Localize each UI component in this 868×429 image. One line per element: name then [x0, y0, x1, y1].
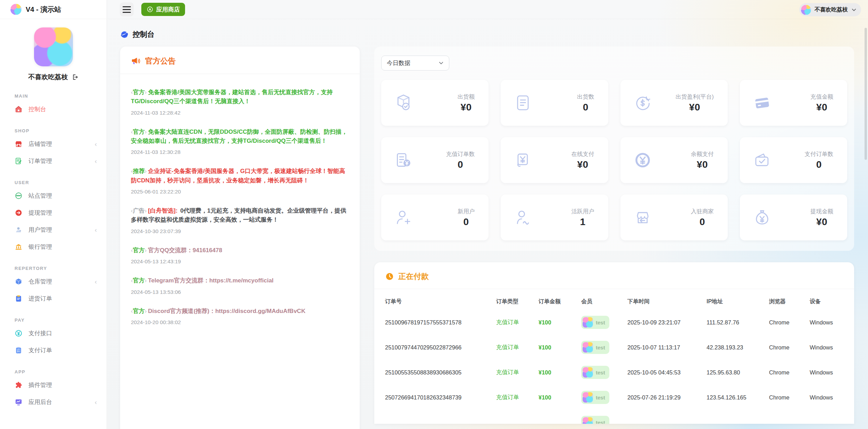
cell-member: test — [581, 341, 627, 354]
sidebar-item-order-note[interactable]: 订单管理 ‹ — [15, 152, 107, 170]
date-range-value: 今日数据 — [387, 59, 410, 67]
app-brand: V4 - 演示站 — [0, 0, 107, 19]
table-row[interactable]: 251005535508838930686305 充值订单 ¥100 test … — [385, 360, 843, 385]
stat-card: 出货额 ¥0 — [381, 80, 489, 126]
sidebar-item-plugin[interactable]: 插件管理 — [15, 377, 107, 394]
table-row[interactable]: 251007974470295022872966 充值订单 ¥100 test … — [385, 335, 843, 360]
announcement-date: 2024-10-30 23:07:39 — [131, 227, 349, 236]
chevron-left-icon: ‹ — [95, 141, 97, 147]
cell-device: Windows — [810, 319, 843, 326]
chevron-left-icon: ‹ — [95, 399, 97, 405]
cell-member: test — [581, 316, 627, 329]
sidebar-item-home[interactable]: 控制台 — [15, 101, 107, 118]
stat-card: 新用户 0 — [381, 195, 489, 240]
user-menu[interactable]: 不喜欢吃荔枝 — [799, 3, 861, 16]
cell-amount: ¥100 — [539, 369, 581, 376]
column-header: 订单类型 — [496, 298, 539, 305]
cell-time: 2025-10-09 23:21:07 — [627, 319, 707, 326]
invoice-yen-icon — [394, 150, 413, 170]
cell-order-type: 充值订单 — [496, 344, 539, 351]
sidebar-item-warehouse[interactable]: 仓库管理 ‹ — [15, 273, 107, 290]
stats-grid: 出货额 ¥0 出货数 0 出货盈利(平台) ¥0 充值金额 ¥0 充值订单数 0… — [381, 80, 847, 240]
stat-card: 充值订单数 0 — [381, 137, 489, 183]
avatar — [583, 417, 593, 424]
warehouse-icon — [15, 278, 23, 286]
table-header-row: 订单号订单类型订单金额会员下单时间IP地址浏览器设备 — [385, 293, 843, 310]
sidebar-item-label: 进货订单 — [28, 295, 52, 303]
sidebar-menu: MAIN 控制台 SHOP 店铺管理 ‹ 订单管理 ‹ USER 站点管理 提现… — [0, 82, 107, 411]
sidebar-item-purchase-order[interactable]: 进货订单 — [15, 290, 107, 307]
sidebar-item-withdraw[interactable]: 提现管理 — [15, 204, 107, 221]
announcement-item[interactable]: ‹官方›Discord官方频道(推荐)：https://discord.gg/M… — [131, 307, 349, 327]
pay-api-icon — [15, 329, 23, 337]
stat-value: 0 — [446, 159, 475, 170]
date-range-select[interactable]: 今日数据 — [381, 56, 449, 71]
sidebar-item-user[interactable]: 用户管理 ‹ — [15, 221, 107, 238]
stats-panel: 今日数据 出货额 ¥0 出货数 0 出货盈利(平台) ¥0 充值金额 — [374, 47, 854, 251]
sidebar-item-bank[interactable]: 银行管理 — [15, 238, 107, 255]
stat-label: 活跃用户 — [571, 208, 594, 215]
sidebar-section-label: REPERTORY — [15, 266, 107, 271]
globe-icon — [120, 30, 129, 39]
sidebar-item-pay-api[interactable]: 支付接口 — [15, 325, 107, 342]
announcement-item[interactable]: ‹官方›官方QQ交流群：941616478 2024-05-13 12:43:1… — [131, 246, 349, 266]
stat-card: 出货盈利(平台) ¥0 — [620, 80, 728, 126]
app-title: V4 - 演示站 — [26, 5, 61, 14]
cell-order-no: 251007974470295022872966 — [385, 344, 496, 351]
credit-card-icon — [752, 93, 772, 113]
scrollbar[interactable] — [865, 28, 867, 160]
pay-order-icon — [15, 346, 23, 354]
cell-order-type: 充值订单 — [496, 319, 539, 326]
storefront-icon — [15, 140, 23, 148]
cell-device: Windows — [810, 369, 843, 376]
sidebar-item-storefront[interactable]: 店铺管理 ‹ — [15, 135, 107, 152]
member-badge[interactable]: test — [581, 316, 609, 329]
stat-label: 在线支付 — [571, 150, 594, 158]
sidebar-section: MAIN 控制台 — [15, 93, 107, 118]
dollar-cycle-icon — [633, 93, 652, 113]
stat-value: ¥0 — [810, 102, 833, 113]
sidebar-item-pay-order[interactable]: 支付订单 — [15, 342, 107, 359]
sidebar-item-label: 应用后台 — [28, 398, 52, 406]
sidebar-section: PAY 支付接口 支付订单 — [15, 317, 107, 359]
announcement-item[interactable]: ‹官方›免备案大陆直连CDN，无限DDOS/CC防御，全面防屏蔽、防检测、防扫描… — [131, 127, 349, 157]
money-bag-icon — [752, 208, 772, 227]
table-row-partial[interactable]: test — [385, 410, 843, 424]
home-icon — [15, 105, 23, 113]
stat-value: 0 — [577, 102, 594, 113]
member-badge[interactable]: test — [581, 341, 609, 354]
appstore-label: 应用商店 — [156, 6, 180, 14]
table-row[interactable]: 251009678197157555371578 充值订单 ¥100 test … — [385, 310, 843, 335]
sidebar-item-site-globe[interactable]: 站点管理 — [15, 187, 107, 204]
cell-device: Windows — [810, 344, 843, 351]
column-header: 浏览器 — [769, 298, 810, 305]
avatar — [801, 5, 811, 15]
sidebar-item-label: 订单管理 — [28, 157, 52, 165]
cell-member: test — [581, 391, 627, 404]
member-badge[interactable]: test — [581, 416, 609, 424]
announcement-text: 官方QQ交流群：941616478 — [148, 247, 222, 254]
appstore-button[interactable]: 应用商店 — [141, 3, 185, 16]
announcements-title: 官方公告 — [145, 56, 176, 66]
logout-icon[interactable] — [72, 74, 78, 81]
bank-icon — [15, 243, 23, 251]
stat-value: ¥0 — [691, 159, 714, 170]
document-lines-icon — [513, 93, 533, 113]
withdraw-icon — [15, 209, 23, 217]
cell-member: test — [581, 366, 627, 379]
page-title: 控制台 — [133, 30, 155, 39]
sidebar-section-label: MAIN — [15, 93, 107, 99]
announcement-item[interactable]: ‹广告›[白舟智选]:0代理费，1元起充，支持电商自动发货。企业级管理平台，提供… — [131, 206, 349, 236]
member-badge[interactable]: test — [581, 366, 609, 379]
hamburger-icon[interactable] — [120, 2, 134, 16]
cell-time: 2025-10-07 11:13:17 — [627, 344, 707, 351]
announcement-item[interactable]: ‹官方›Telegram官方交流群：https://t.me/mcyoffici… — [131, 276, 349, 296]
member-badge[interactable]: test — [581, 391, 609, 404]
announcement-item[interactable]: ‹官方›免备案香港/美国大宽带服务器，建站首选，售后无忧直接找官方，支持TG/D… — [131, 88, 349, 117]
topbar: 应用商店 不喜欢吃荔枝 — [107, 0, 868, 19]
sidebar-item-app-backend[interactable]: 应用后台 ‹ — [15, 394, 107, 411]
announcement-item[interactable]: ‹推荐›企业持证-免备案香港/美国服务器，G口大带宽，极速建站畅行全球！智能高防… — [131, 167, 349, 196]
user-plus-icon — [394, 208, 413, 227]
table-row[interactable]: 250726694170182632348739 充值订单 ¥100 test … — [385, 385, 843, 410]
member-name: test — [596, 370, 605, 376]
